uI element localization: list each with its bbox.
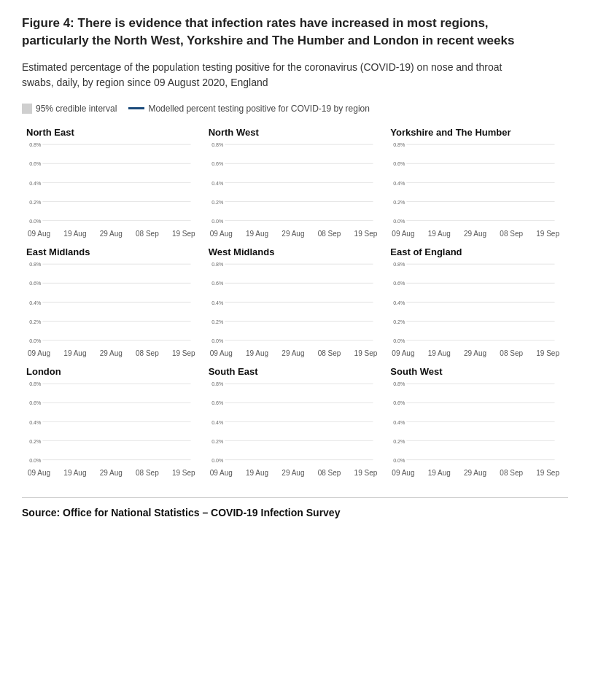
x-label: 09 Aug [392,469,414,477]
interval-label: 95% credible interval [36,104,117,114]
x-label: 08 Sep [136,349,159,357]
x-axis-labels: 09 Aug19 Aug29 Aug08 Sep19 Sep [390,469,561,477]
svg-text:0.2%: 0.2% [29,198,42,205]
interval-icon [22,104,32,114]
svg-text:0.8%: 0.8% [211,381,224,387]
svg-text:0.8%: 0.8% [29,141,42,148]
svg-text:0.0%: 0.0% [393,337,405,343]
x-label: 29 Aug [100,469,123,477]
svg-text:0.2%: 0.2% [393,198,405,205]
x-label: 08 Sep [500,469,523,477]
chart-title: West Midlands [209,246,379,257]
svg-text:0.6%: 0.6% [393,400,405,406]
figure-subtitle: Estimated percentage of the population t… [22,60,532,90]
chart-title: East of England [390,246,561,257]
svg-text:0.0%: 0.0% [29,456,42,463]
x-axis-labels: 09 Aug19 Aug29 Aug08 Sep19 Sep [390,349,561,357]
x-label: 08 Sep [318,469,341,477]
x-label: 29 Aug [464,230,486,238]
chart-area: 0.0%0.2%0.4%0.6%0.8% [26,141,197,228]
x-label: 09 Aug [28,230,50,238]
chart-cell: West Midlands 0.0%0.2%0.4%0.6%0.8% 09 Au… [204,241,387,360]
line-label: Modelled percent testing positive for CO… [148,104,370,114]
chart-area: 0.0%0.2%0.4%0.6%0.8% [26,260,197,348]
x-label: 09 Aug [210,230,233,238]
x-label: 19 Sep [536,349,559,357]
x-label: 19 Sep [536,469,559,477]
chart-cell: Yorkshire and The Humber 0.0%0.2%0.4%0.6… [386,121,568,241]
chart-title: Yorkshire and The Humber [390,127,561,138]
x-label: 19 Sep [536,230,559,238]
legend-line: Modelled percent testing positive for CO… [128,104,370,114]
svg-text:0.4%: 0.4% [211,419,224,425]
chart-title: East Midlands [26,246,197,257]
svg-text:0.4%: 0.4% [211,299,224,306]
x-axis-labels: 09 Aug19 Aug29 Aug08 Sep19 Sep [209,469,379,477]
svg-text:0.0%: 0.0% [211,337,224,343]
svg-text:0.2%: 0.2% [211,438,224,444]
svg-text:0.6%: 0.6% [29,160,42,167]
chart-cell: East Midlands 0.0%0.2%0.4%0.6%0.8% 09 Au… [22,241,204,360]
svg-text:0.0%: 0.0% [29,217,42,224]
svg-text:0.2%: 0.2% [211,198,224,205]
x-label: 08 Sep [500,230,523,238]
x-label: 08 Sep [318,230,341,238]
legend-interval: 95% credible interval [22,104,117,114]
chart-area: 0.0%0.2%0.4%0.6%0.8% [26,380,197,467]
svg-text:0.0%: 0.0% [393,217,405,224]
x-label: 08 Sep [136,469,159,477]
chart-cell: South East 0.0%0.2%0.4%0.6%0.8% 09 Aug19… [204,360,387,480]
chart-title: North East [26,127,197,138]
x-label: 19 Aug [63,349,86,357]
svg-text:0.4%: 0.4% [211,179,224,186]
svg-text:0.0%: 0.0% [211,456,224,463]
svg-text:0.0%: 0.0% [211,217,224,224]
charts-grid: North East 0.0%0.2%0.4%0.6%0.8% 09 Aug19… [22,121,568,480]
svg-text:0.4%: 0.4% [29,299,42,306]
x-label: 09 Aug [28,349,50,357]
chart-title: London [26,366,197,377]
svg-text:0.2%: 0.2% [393,438,405,444]
x-label: 19 Aug [428,349,451,357]
x-axis-labels: 09 Aug19 Aug29 Aug08 Sep19 Sep [209,230,379,238]
svg-text:0.6%: 0.6% [29,400,42,406]
svg-text:0.2%: 0.2% [211,318,224,324]
x-axis-labels: 09 Aug19 Aug29 Aug08 Sep19 Sep [26,230,197,238]
x-label: 08 Sep [500,349,523,357]
svg-text:0.8%: 0.8% [211,141,224,148]
x-label: 29 Aug [100,230,123,238]
svg-text:0.8%: 0.8% [393,141,405,148]
x-label: 19 Aug [63,469,86,477]
chart-svg: 0.0%0.2%0.4%0.6%0.8% [390,380,561,467]
x-label: 19 Aug [428,230,451,238]
svg-text:0.6%: 0.6% [393,280,405,287]
chart-svg: 0.0%0.2%0.4%0.6%0.8% [209,380,379,467]
chart-area: 0.0%0.2%0.4%0.6%0.8% [390,141,561,228]
chart-svg: 0.0%0.2%0.4%0.6%0.8% [209,260,379,348]
x-label: 19 Sep [354,349,378,357]
x-label: 08 Sep [318,349,341,357]
chart-svg: 0.0%0.2%0.4%0.6%0.8% [390,141,561,228]
chart-area: 0.0%0.2%0.4%0.6%0.8% [390,260,561,348]
x-label: 09 Aug [210,469,233,477]
chart-svg: 0.0%0.2%0.4%0.6%0.8% [26,141,197,228]
chart-cell: East of England 0.0%0.2%0.4%0.6%0.8% 09 … [386,241,568,360]
x-label: 19 Aug [63,230,86,238]
x-label: 19 Sep [354,230,378,238]
svg-text:0.2%: 0.2% [29,438,42,444]
svg-text:0.6%: 0.6% [211,400,224,406]
chart-svg: 0.0%0.2%0.4%0.6%0.8% [209,141,379,228]
figure-title: Figure 4: There is evidence that infecti… [22,15,547,50]
x-label: 19 Sep [172,230,195,238]
svg-text:0.6%: 0.6% [211,160,224,167]
chart-legend: 95% credible interval Modelled percent t… [22,104,568,114]
x-label: 29 Aug [464,349,486,357]
x-axis-labels: 09 Aug19 Aug29 Aug08 Sep19 Sep [390,230,561,238]
chart-area: 0.0%0.2%0.4%0.6%0.8% [209,380,379,467]
chart-svg: 0.0%0.2%0.4%0.6%0.8% [26,380,197,467]
x-label: 19 Aug [246,349,268,357]
svg-text:0.4%: 0.4% [29,179,42,186]
svg-text:0.8%: 0.8% [29,381,42,387]
x-label: 08 Sep [136,230,159,238]
x-label: 19 Aug [428,469,451,477]
